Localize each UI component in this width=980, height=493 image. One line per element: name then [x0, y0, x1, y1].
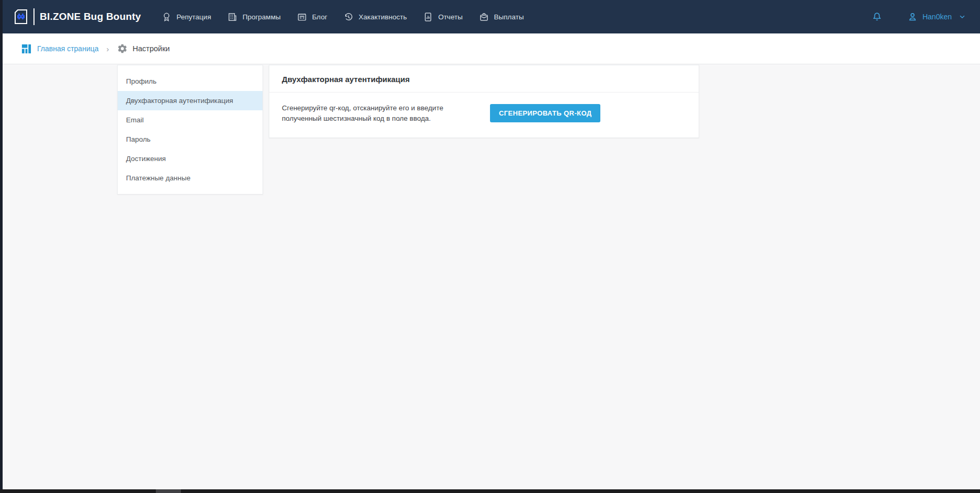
chevron-down-icon [958, 13, 966, 21]
notifications-button[interactable] [871, 11, 883, 22]
breadcrumb: Главная страница › Настройки [0, 33, 980, 64]
bug-logo-icon [12, 7, 30, 26]
panel-body: Сгенерируйте qr-код, отсканируйте его и … [269, 93, 699, 137]
generate-qr-button[interactable]: СГЕНЕРИРОВАТЬ QR-КОД [490, 104, 600, 122]
news-icon [297, 12, 307, 22]
nav-item-programs[interactable]: Программы [227, 12, 281, 22]
panel-title: Двухфакторная аутентификация [269, 65, 699, 93]
nav-item-label: Блог [312, 13, 327, 21]
breadcrumb-current: Настройки [117, 43, 170, 54]
settings-nav-payment-data[interactable]: Платежные данные [118, 168, 263, 188]
nav-item-blog[interactable]: Блог [297, 12, 327, 22]
nav-item-reports[interactable]: Отчеты [423, 12, 463, 22]
settings-nav-card: Профиль Двухфакторная аутентификация Ema… [117, 65, 263, 194]
settings-nav-email[interactable]: Email [118, 110, 263, 130]
settings-nav-profile[interactable]: Профиль [118, 72, 263, 91]
dashboard-grid-icon [21, 43, 32, 54]
top-navbar: BI.ZONE Bug Bounty Репутация Программы [0, 0, 980, 33]
payout-bag-icon [478, 12, 489, 22]
logo-separator [33, 8, 35, 25]
horizontal-scrollbar-thumb[interactable] [156, 489, 181, 493]
panel-description: Сгенерируйте qr-код, отсканируйте его и … [282, 103, 466, 124]
horizontal-scrollbar-track[interactable] [0, 489, 980, 493]
medal-icon [161, 12, 172, 22]
nav-item-label: Отчеты [438, 13, 463, 21]
nav-item-label: Программы [243, 13, 281, 21]
history-icon [343, 12, 354, 22]
nav-item-label: Выплаты [494, 13, 524, 21]
breadcrumb-separator: › [107, 44, 109, 53]
window-left-edge [0, 0, 3, 493]
username: Han0ken [922, 13, 952, 21]
gear-icon [117, 43, 128, 54]
navbar-right: Han0ken [871, 11, 966, 22]
brand-title: BI.ZONE Bug Bounty [40, 11, 141, 22]
bell-icon [871, 11, 883, 22]
user-icon [907, 11, 918, 22]
breadcrumb-current-label: Настройки [133, 44, 170, 53]
settings-nav-password[interactable]: Пароль [118, 130, 263, 149]
settings-nav-two-factor[interactable]: Двухфакторная аутентификация [118, 91, 263, 110]
user-menu[interactable]: Han0ken [907, 11, 966, 22]
nav-item-reputation[interactable]: Репутация [161, 12, 211, 22]
brand-logo[interactable]: BI.ZONE Bug Bounty [12, 7, 141, 26]
two-factor-panel: Двухфакторная аутентификация Сгенерируйт… [269, 65, 699, 138]
breadcrumb-home-link[interactable]: Главная страница [21, 43, 99, 54]
settings-nav-achievements[interactable]: Достижения [118, 149, 263, 168]
nav-item-label: Репутация [177, 13, 211, 21]
report-icon [423, 12, 434, 22]
breadcrumb-home-label: Главная страница [37, 44, 99, 53]
building-icon [227, 12, 238, 22]
nav-item-payouts[interactable]: Выплаты [478, 12, 524, 22]
nav-item-label: Хакактивность [359, 13, 407, 21]
main-nav: Репутация Программы Блог Хака [161, 12, 524, 22]
nav-item-hackactivity[interactable]: Хакактивность [343, 12, 407, 22]
